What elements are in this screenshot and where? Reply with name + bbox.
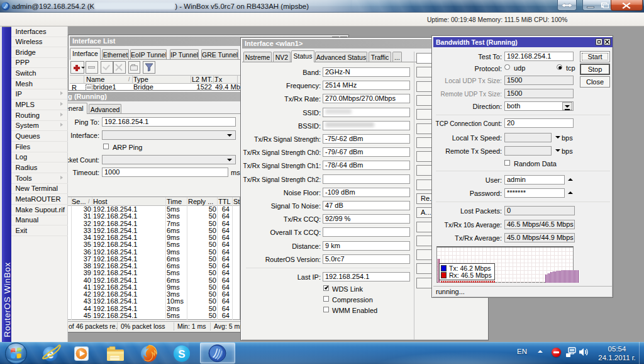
svg-text:S: S — [178, 348, 185, 360]
